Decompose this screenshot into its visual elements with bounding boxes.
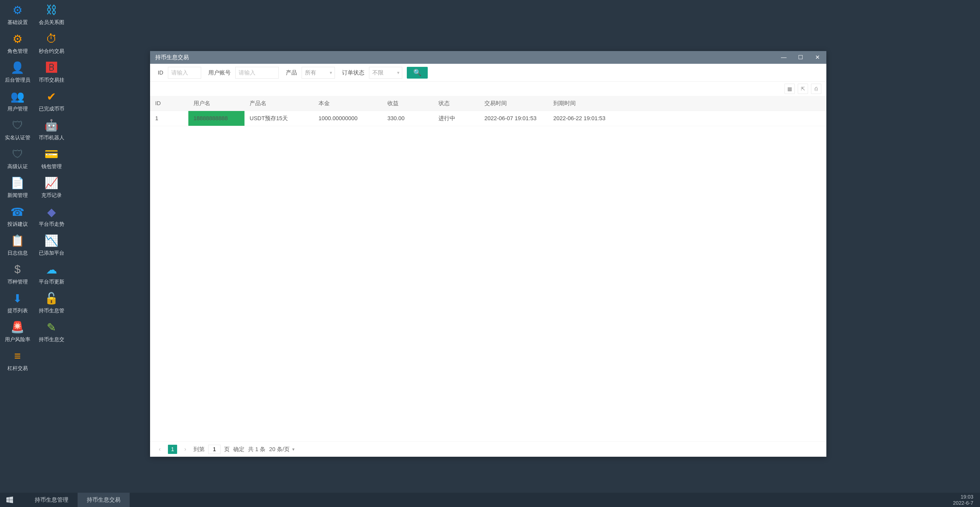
sidebar: ⚙基础设置⛓会员关系图⚙角色管理⏱秒合约交易👤后台管理员🅱币币交易挂👥用户管理✔… [0, 0, 69, 493]
sidebar-item-17[interactable]: 📉已添加平台 [36, 234, 67, 256]
sidebar-item-23[interactable]: ✎持币生息交 [36, 320, 67, 343]
sidebar-icon: 🛡 [11, 118, 24, 132]
close-icon[interactable]: ✕ [814, 54, 821, 61]
filter-status-select[interactable]: 不限 [369, 67, 402, 79]
sidebar-item-label: 日志信息 [7, 250, 28, 256]
sidebar-item-label: 持币生息管 [39, 307, 64, 314]
window-title: 持币生息交易 [155, 54, 780, 61]
table-header-cell[interactable]: ID [150, 96, 188, 111]
sidebar-item-13[interactable]: 📈充币记录 [36, 176, 67, 199]
table-header-cell[interactable]: 状态 [433, 96, 479, 111]
sidebar-item-14[interactable]: ☎投诉建议 [2, 205, 33, 227]
clock-date: 2022-6-7 [953, 500, 974, 506]
total-count: 共 1 条 [248, 445, 266, 453]
sidebar-item-2[interactable]: ⚙角色管理 [2, 32, 33, 55]
sidebar-item-0[interactable]: ⚙基础设置 [2, 3, 33, 26]
sidebar-icon: ⛓ [45, 3, 59, 17]
goto-page-input[interactable] [208, 445, 221, 454]
table-header-cell[interactable]: 收益 [382, 96, 433, 111]
table-header-cell[interactable]: 产品名 [245, 96, 313, 111]
sidebar-item-label: 钱包管理 [41, 163, 62, 170]
next-page-button[interactable]: › [181, 445, 190, 454]
sidebar-item-3[interactable]: ⏱秒合约交易 [36, 32, 67, 55]
window-titlebar[interactable]: 持币生息交易 — ☐ ✕ [150, 51, 826, 64]
sidebar-item-20[interactable]: ⬇提币列表 [2, 291, 33, 314]
sidebar-icon: 🔓 [45, 291, 59, 305]
taskbar-item[interactable]: 持币生息交易 [78, 493, 130, 507]
sidebar-item-16[interactable]: 📋日志信息 [2, 234, 33, 256]
sidebar-item-8[interactable]: 🛡实名认证管 [2, 118, 33, 141]
sidebar-icon: ✎ [45, 320, 59, 334]
sidebar-item-label: 提币列表 [7, 307, 28, 314]
table-cell: 2022-06-22 19:01:53 [548, 111, 617, 126]
print-icon[interactable]: ⎙ [811, 84, 821, 94]
prev-page-button[interactable]: ‹ [155, 445, 164, 454]
sidebar-icon: ◆ [45, 205, 59, 219]
window-controls: — ☐ ✕ [780, 54, 821, 61]
sidebar-icon: ✔ [45, 89, 59, 103]
sidebar-item-label: 用户管理 [7, 105, 28, 112]
sidebar-item-7[interactable]: ✔已完成币币 [36, 89, 67, 112]
page-unit-label: 页 [224, 445, 230, 453]
taskbar: 持币生息管理持币生息交易 19:03 2022-6-7 [0, 493, 980, 507]
sidebar-item-label: 充币记录 [41, 192, 62, 199]
sidebar-item-10[interactable]: 🛡高级认证 [2, 147, 33, 170]
sidebar-item-6[interactable]: 👥用户管理 [2, 89, 33, 112]
table-header-cell[interactable]: 到期时间 [548, 96, 617, 111]
sidebar-item-21[interactable]: 🔓持币生息管 [36, 291, 67, 314]
goto-confirm-button[interactable]: 确定 [233, 445, 245, 453]
sidebar-item-label: 平台币更新 [39, 278, 64, 285]
page-number-current[interactable]: 1 [168, 445, 177, 454]
sidebar-icon: ☁ [45, 262, 59, 277]
sidebar-item-9[interactable]: 🤖币币机器人 [36, 118, 67, 141]
table-header-cell[interactable]: 用户名 [188, 96, 245, 111]
sidebar-item-11[interactable]: 💳钱包管理 [36, 147, 67, 170]
table-header-cell[interactable]: 交易时间 [479, 96, 548, 111]
minimize-icon[interactable]: — [780, 54, 788, 61]
table-cell: USDT预存15天 [245, 111, 313, 126]
taskbar-clock[interactable]: 19:03 2022-6-7 [953, 494, 976, 506]
data-table: ID用户名产品名本金收益状态交易时间到期时间 118888888888USDT预… [150, 96, 826, 126]
pagination: ‹ 1 › 到第 页 确定 共 1 条 20 条/页 [150, 442, 826, 457]
sidebar-item-15[interactable]: ◆平台币走势 [36, 205, 67, 227]
table-row[interactable]: 118888888888USDT预存15天1000.00000000330.00… [150, 111, 826, 126]
sidebar-icon: 👤 [11, 61, 24, 75]
sidebar-item-1[interactable]: ⛓会员关系图 [36, 3, 67, 26]
sidebar-item-4[interactable]: 👤后台管理员 [2, 61, 33, 83]
sidebar-item-5[interactable]: 🅱币币交易挂 [36, 61, 67, 83]
sidebar-item-label: 后台管理员 [5, 76, 30, 83]
sidebar-item-12[interactable]: 📄新闻管理 [2, 176, 33, 199]
sidebar-icon: 📋 [11, 234, 24, 248]
taskbar-item[interactable]: 持币生息管理 [25, 493, 78, 507]
sidebar-icon: ⬇ [11, 291, 24, 305]
sidebar-item-label: 已完成币币 [39, 105, 64, 112]
filter-account-input[interactable] [235, 67, 279, 79]
filter-id-input[interactable] [168, 67, 201, 79]
sidebar-icon: 🅱 [45, 61, 59, 75]
export-icon[interactable]: ⇱ [798, 84, 808, 94]
table-cell: 1000.00000000 [313, 111, 382, 126]
sidebar-item-24[interactable]: ≡杠杆交易 [2, 349, 33, 372]
sidebar-item-label: 新闻管理 [7, 192, 28, 199]
columns-icon[interactable]: ▦ [784, 84, 795, 94]
table-header-cell[interactable]: 本金 [313, 96, 382, 111]
page-size-select[interactable]: 20 条/页 [269, 445, 294, 453]
table-body: 118888888888USDT预存15天1000.00000000330.00… [150, 111, 826, 126]
sidebar-icon: 🤖 [45, 118, 59, 132]
sidebar-icon: 💳 [45, 147, 59, 161]
sidebar-icon: 📄 [11, 176, 24, 190]
start-button[interactable] [4, 494, 15, 505]
sidebar-item-label: 币币机器人 [39, 134, 64, 141]
sidebar-icon: 🛡 [11, 147, 24, 161]
sidebar-item-19[interactable]: ☁平台币更新 [36, 262, 67, 285]
sidebar-item-22[interactable]: 🚨用户风险率 [2, 320, 33, 343]
clock-time: 19:03 [953, 494, 974, 500]
sidebar-item-label: 角色管理 [7, 48, 28, 55]
filter-product-select[interactable]: 所有 [302, 67, 335, 79]
search-button[interactable]: 🔍 [407, 67, 428, 79]
sidebar-icon: ⚙ [11, 3, 24, 17]
sidebar-item-18[interactable]: $币种管理 [2, 262, 33, 285]
maximize-icon[interactable]: ☐ [797, 54, 804, 61]
sidebar-item-label: 平台币走势 [39, 221, 64, 227]
sidebar-item-label: 基础设置 [7, 19, 28, 26]
